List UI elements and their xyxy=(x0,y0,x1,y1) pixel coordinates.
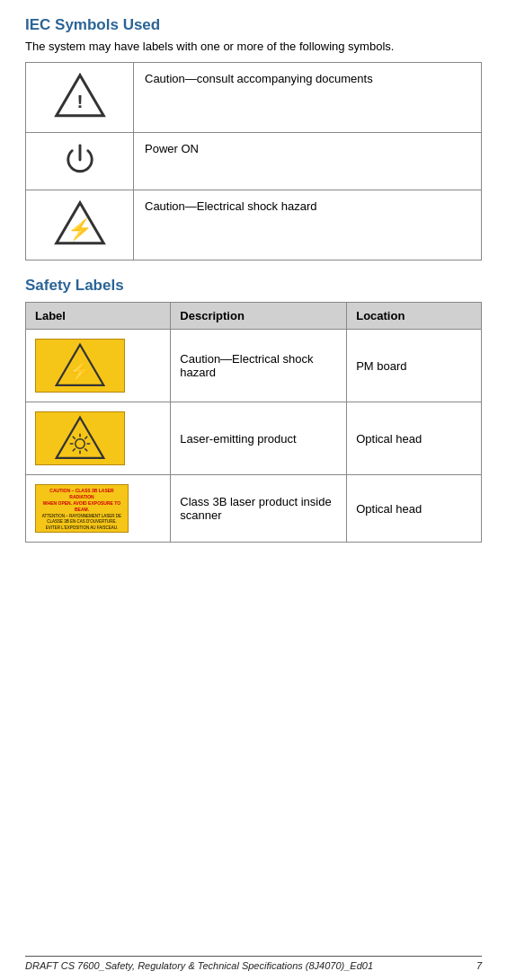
iec-icon-power xyxy=(26,133,134,190)
safety-label-icon-2 xyxy=(26,402,171,475)
iec-section-heading: IEC Symbols Used xyxy=(25,16,482,34)
caution-triangle-icon: ! xyxy=(53,70,107,122)
safety-row-3-desc: Class 3B laser product inside scanner xyxy=(171,475,347,543)
power-on-icon xyxy=(60,140,100,180)
safety-row-1-desc: Caution—Electrical shock hazard xyxy=(171,330,347,402)
table-row: Power ON xyxy=(26,133,482,190)
page-footer: DRAFT CS 7600_Safety, Regulatory & Techn… xyxy=(25,956,482,971)
safety-row-2-desc: Laser-emitting product xyxy=(171,402,347,475)
table-row: Laser-emitting product Optical head xyxy=(26,402,482,475)
safety-label-icon-3: CAUTION – CLASS 3B LASER RADIATIONWHEN O… xyxy=(26,475,171,543)
col-header-label: Label xyxy=(26,303,171,330)
safety-label-icon-1: ⚡ xyxy=(26,330,171,402)
iec-intro-text: The system may have labels with one or m… xyxy=(25,40,482,53)
safety-row-2-loc: Optical head xyxy=(347,402,482,475)
class3b-label-french-text: ATTENTION – RAYONNEMENT LASER DECLASSE 3… xyxy=(39,514,125,531)
iec-icon-caution: ! xyxy=(26,63,134,133)
table-row: ⚡ Caution—Electrical shock hazard xyxy=(26,190,482,260)
electrical-hazard-icon: ⚡ xyxy=(53,198,107,250)
iec-symbols-table: ! Caution—consult accompanying documents… xyxy=(25,62,482,260)
col-header-description: Description xyxy=(171,303,347,330)
svg-text:!: ! xyxy=(76,91,83,111)
safety-section-heading: Safety Labels xyxy=(25,277,482,295)
class3b-label-box: CAUTION – CLASS 3B LASER RADIATIONWHEN O… xyxy=(35,484,129,533)
safety-labels-table: Label Description Location ⚡ Caution—Ele… xyxy=(25,302,482,543)
col-header-location: Location xyxy=(347,303,482,330)
footer-left-text: DRAFT CS 7600_Safety, Regulatory & Techn… xyxy=(25,960,373,971)
table-row: ⚡ Caution—Electrical shock hazard PM boa… xyxy=(26,330,482,402)
footer-page-number: 7 xyxy=(476,960,482,971)
svg-text:⚡: ⚡ xyxy=(67,359,93,384)
safety-row-1-loc: PM board xyxy=(347,330,482,402)
iec-desc-1: Caution—consult accompanying documents xyxy=(134,63,482,133)
laser-label-box xyxy=(35,411,125,465)
iec-desc-2: Power ON xyxy=(134,133,482,190)
laser-label-triangle-icon xyxy=(53,414,107,463)
electrical-label-triangle-icon: ⚡ xyxy=(53,341,107,390)
iec-desc-3: Caution—Electrical shock hazard xyxy=(134,190,482,260)
class3b-label-chinese-text: 注意：打开时存在 3B 类激光辐射避免暴露在光束中 xyxy=(39,532,125,533)
electrical-label-box: ⚡ xyxy=(35,339,125,393)
svg-text:⚡: ⚡ xyxy=(67,217,93,242)
class3b-label-warning-text: CAUTION – CLASS 3B LASER RADIATIONWHEN O… xyxy=(39,488,125,513)
iec-icon-electrical: ⚡ xyxy=(26,190,134,260)
safety-row-3-loc: Optical head xyxy=(347,475,482,543)
table-row: CAUTION – CLASS 3B LASER RADIATIONWHEN O… xyxy=(26,475,482,543)
table-row: ! Caution—consult accompanying documents xyxy=(26,63,482,133)
table-header-row: Label Description Location xyxy=(26,303,482,330)
